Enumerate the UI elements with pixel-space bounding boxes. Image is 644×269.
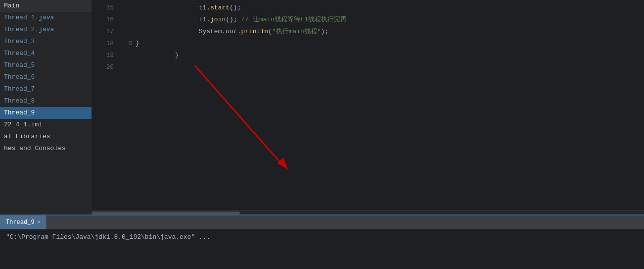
sidebar-item-consoles[interactable]: hes and Consoles — [0, 143, 92, 155]
editor-area: 15 16 17 18 19 20 t1.start(); t1.join();… — [92, 0, 644, 215]
svg-line-0 — [194, 65, 282, 165]
scrollbar-thumb[interactable] — [92, 212, 240, 215]
sidebar-item-thread2[interactable]: Thread_2.java — [0, 24, 92, 36]
sidebar-item-iml[interactable]: 22_4_1.iml — [0, 119, 92, 131]
line-numbers: 15 16 17 18 19 20 — [92, 0, 119, 211]
code-line-19: } — [123, 50, 644, 61]
line-num-18: 18 — [92, 38, 114, 50]
svg-marker-1 — [277, 158, 288, 169]
console-text: "C:\Program Files\Java\jdk1.8.0_192\bin\… — [6, 233, 210, 241]
sidebar: Main Thread_1.java Thread_2.java Thread_… — [0, 0, 92, 215]
sidebar-item-thread1[interactable]: Thread_1.java — [0, 12, 92, 24]
line-num-17: 17 — [92, 26, 114, 38]
sidebar-item-thread7[interactable]: Thread_7 — [0, 83, 92, 95]
sidebar-item-libraries[interactable]: al Libraries — [0, 131, 92, 143]
code-container: 15 16 17 18 19 20 t1.start(); t1.join();… — [92, 0, 644, 211]
line-num-16: 16 — [92, 14, 114, 26]
sidebar-item-thread3[interactable]: Thread_3 — [0, 36, 92, 48]
sidebar-item-main[interactable]: Main — [0, 0, 92, 12]
sidebar-item-thread6[interactable]: Thread_6 — [0, 71, 92, 83]
tab-label: Thread_9 — [6, 219, 35, 226]
line-num-15: 15 — [92, 2, 114, 14]
sidebar-item-thread5[interactable]: Thread_5 — [0, 59, 92, 71]
sidebar-item-thread4[interactable]: Thread_4 — [0, 48, 92, 59]
line-num-19: 19 — [92, 50, 114, 61]
code-line-20 — [123, 61, 644, 73]
tab-close-button[interactable]: × — [38, 219, 41, 225]
code-content[interactable]: t1.start(); t1.join(); // 让main线程等待t1线程执… — [119, 0, 644, 211]
line-num-20: 20 — [92, 61, 114, 73]
tab-bar: Thread_9 × — [0, 215, 644, 229]
console-output: "C:\Program Files\Java\jdk1.8.0_192\bin\… — [0, 229, 644, 269]
bottom-panel: Thread_9 × "C:\Program Files\Java\jdk1.8… — [0, 215, 644, 269]
tab-thread9[interactable]: Thread_9 × — [0, 215, 47, 229]
sidebar-item-thread9[interactable]: Thread_9 — [0, 107, 92, 119]
code-line-18: ⊟ } — [123, 38, 644, 50]
horizontal-scrollbar[interactable] — [92, 211, 644, 215]
main-area: Main Thread_1.java Thread_2.java Thread_… — [0, 0, 644, 215]
sidebar-item-thread8[interactable]: Thread_8 — [0, 95, 92, 107]
fold-icon[interactable]: ⊟ — [123, 38, 133, 50]
code-line-17: System.out.println("执行main线程"); — [123, 26, 644, 38]
